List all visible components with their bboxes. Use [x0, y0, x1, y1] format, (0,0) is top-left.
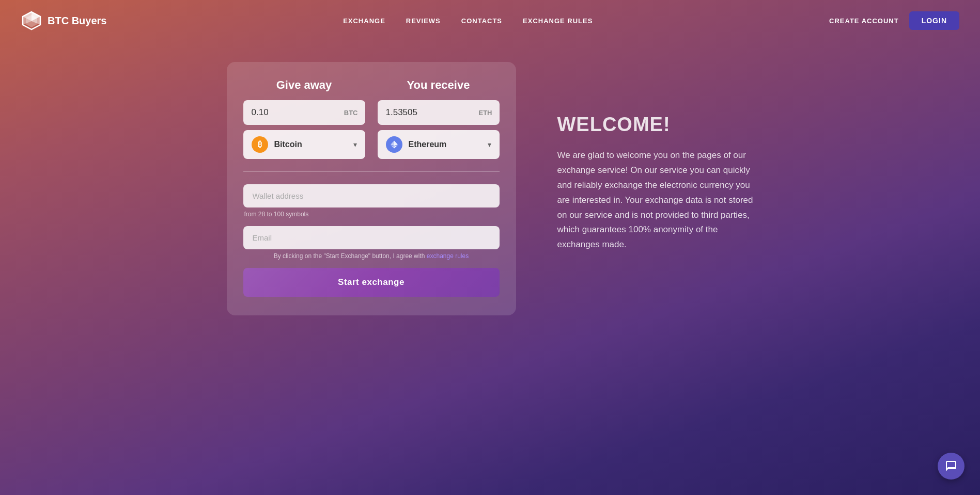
login-button[interactable]: LOGIN: [909, 11, 959, 30]
chat-button[interactable]: [938, 453, 965, 480]
give-away-col: Give away BTC ₿ Bitcoin ▾: [243, 78, 365, 159]
main-nav: EXCHANGE REVIEWS CONTACTS EXCHANGE RULES: [343, 17, 593, 25]
give-currency-selector[interactable]: ₿ Bitcoin ▾: [243, 130, 365, 159]
you-receive-col: You receive ETH: [378, 78, 500, 159]
start-exchange-button[interactable]: Start exchange: [243, 268, 500, 297]
give-away-title: Give away: [243, 78, 365, 92]
logo-icon: [21, 10, 42, 31]
welcome-text: We are glad to welcome you on the pages …: [557, 148, 754, 252]
receive-currency-selector[interactable]: Ethereum ▾: [378, 130, 500, 159]
terms-text: By clicking on the "Start Exchange" butt…: [243, 252, 500, 260]
give-currency-label: BTC: [344, 109, 358, 117]
header-actions: CREATE ACCOUNT LOGIN: [829, 11, 959, 30]
nav-exchange[interactable]: EXCHANGE: [343, 17, 385, 25]
nav-exchange-rules[interactable]: EXCHANGE RULES: [523, 17, 593, 25]
receive-currency-selector-left: Ethereum: [386, 136, 447, 153]
nav-contacts[interactable]: CONTACTS: [461, 17, 502, 25]
receive-amount-wrapper: ETH: [378, 100, 500, 125]
receive-currency-name: Ethereum: [409, 140, 447, 149]
give-chevron-down-icon: ▾: [353, 140, 357, 149]
logo-text: BTC Buyers: [48, 15, 106, 27]
main-content: Give away BTC ₿ Bitcoin ▾ You receive: [0, 41, 980, 336]
exchange-card: Give away BTC ₿ Bitcoin ▾ You receive: [227, 62, 516, 315]
receive-currency-label: ETH: [479, 109, 492, 117]
eth-icon: [386, 136, 402, 153]
terms-link[interactable]: exchange rules: [427, 252, 469, 260]
give-amount-wrapper: BTC: [243, 100, 365, 125]
welcome-section: WELCOME! We are glad to welcome you on t…: [557, 62, 754, 252]
section-divider: [243, 171, 500, 172]
header: BTC Buyers EXCHANGE REVIEWS CONTACTS EXC…: [0, 0, 980, 41]
exchange-columns: Give away BTC ₿ Bitcoin ▾ You receive: [243, 78, 500, 159]
email-input[interactable]: [243, 226, 500, 249]
wallet-input-wrapper: [243, 184, 500, 207]
logo[interactable]: BTC Buyers: [21, 10, 106, 31]
btc-icon: ₿: [252, 136, 268, 153]
create-account-link[interactable]: CREATE ACCOUNT: [829, 17, 899, 25]
svg-marker-8: [394, 145, 398, 148]
give-currency-name: Bitcoin: [274, 140, 302, 149]
svg-marker-9: [391, 145, 394, 148]
chat-icon: [945, 460, 957, 472]
wallet-address-input[interactable]: [243, 184, 500, 207]
welcome-title: WELCOME!: [557, 114, 754, 136]
nav-reviews[interactable]: REVIEWS: [406, 17, 441, 25]
receive-chevron-down-icon: ▾: [488, 140, 491, 149]
email-input-wrapper: [243, 226, 500, 249]
terms-text-before: By clicking on the "Start Exchange" butt…: [274, 252, 425, 260]
form-section: from 28 to 100 symbols By clicking on th…: [243, 184, 500, 297]
give-currency-selector-left: ₿ Bitcoin: [252, 136, 302, 153]
wallet-hint: from 28 to 100 symbols: [244, 211, 500, 218]
you-receive-title: You receive: [378, 78, 500, 92]
